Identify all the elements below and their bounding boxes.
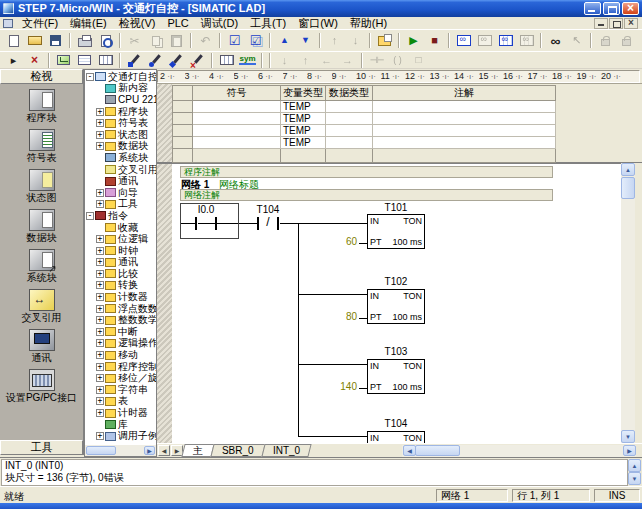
timer-block-t101[interactable]: IN TON PT 100 ms — [367, 214, 425, 249]
force-button[interactable] — [595, 31, 616, 50]
line-up-button[interactable] — [295, 53, 316, 68]
edit-pen-insert-button[interactable] — [124, 53, 145, 68]
nav-cross-reference[interactable]: 交叉引用 — [1, 289, 83, 323]
paste-button[interactable] — [166, 31, 187, 50]
tree-expander[interactable]: + — [96, 108, 104, 116]
edit-pen-delete-button[interactable] — [187, 53, 208, 68]
restore-button[interactable] — [603, 2, 620, 15]
undo-button[interactable] — [195, 31, 216, 50]
tree-expander[interactable]: + — [96, 293, 104, 301]
timer-block-t104[interactable]: IN TON — [367, 431, 425, 443]
tree-expander[interactable]: + — [96, 351, 104, 359]
nav-data-block[interactable]: 数据块 — [1, 209, 83, 243]
nav-symbol-table[interactable]: 符号表 — [1, 129, 83, 163]
menu-view[interactable]: 检视(V) — [113, 17, 162, 30]
tree-expander[interactable]: + — [96, 258, 104, 266]
mdi-restore-button[interactable] — [609, 18, 623, 29]
menu-debug[interactable]: 调试(D) — [195, 17, 244, 30]
row-selector-cell[interactable] — [173, 137, 193, 149]
comment-cell[interactable] — [373, 137, 556, 149]
minimize-button[interactable] — [584, 2, 601, 15]
timer-preset-value[interactable]: 60 — [332, 236, 357, 247]
tree-hscroll-right-icon[interactable]: ▶ — [144, 446, 155, 455]
data-type-cell[interactable] — [326, 125, 373, 137]
tree-expander[interactable]: + — [96, 397, 104, 405]
edit-pen-up-button[interactable] — [145, 53, 166, 68]
comment-cell[interactable] — [373, 125, 556, 137]
symbol-cell[interactable] — [193, 113, 281, 125]
pause-program-status-button[interactable] — [474, 31, 495, 50]
tools-bar-footer[interactable]: 工具 — [0, 440, 83, 455]
single-read-button[interactable] — [3, 53, 24, 68]
contact-address[interactable]: I0.0 — [190, 204, 222, 215]
new-project-button[interactable] — [3, 31, 24, 50]
tree-expander[interactable]: + — [96, 200, 104, 208]
tree-expander[interactable]: + — [96, 235, 104, 243]
tree-expander[interactable]: + — [96, 142, 104, 150]
hscroll-right-icon[interactable]: ▶ — [623, 445, 636, 456]
download-button[interactable] — [295, 31, 316, 50]
tab-scroll-left-icon[interactable]: ◀ — [158, 445, 170, 456]
sort-descending-button[interactable] — [345, 31, 366, 50]
tab-sbr0[interactable]: SBR_0 — [210, 444, 265, 457]
tree-expander[interactable]: + — [96, 328, 104, 336]
tree-expander[interactable]: - — [86, 212, 94, 220]
nav-set-pgpc-interface[interactable]: 设置PG/PC接口 — [1, 369, 83, 403]
symbol-cell[interactable] — [193, 137, 281, 149]
tree-expander[interactable]: - — [86, 73, 94, 81]
tree-expander[interactable]: + — [96, 374, 104, 382]
menu-help[interactable]: 帮助(H) — [344, 17, 393, 30]
timer-name[interactable]: T102 — [367, 276, 425, 287]
scroll-down-icon[interactable]: ▼ — [621, 430, 635, 443]
print-button[interactable] — [74, 31, 95, 50]
tab-int0[interactable]: INT_0 — [261, 444, 311, 457]
chart-status-button[interactable] — [495, 31, 516, 50]
ladder-editor[interactable]: 程序注解 网络 1 网络标题 网络注解 I0.0 T104 T101 IN TO… — [157, 163, 621, 443]
mdi-document-icon[interactable] — [3, 19, 13, 28]
multiple-scan-button[interactable] — [24, 53, 45, 68]
timer-preset-value[interactable]: 140 — [332, 381, 357, 392]
program-comment-banner[interactable]: 程序注解 — [180, 166, 553, 178]
ladder-vscrollbar[interactable]: ▲ ▼ — [621, 163, 635, 443]
row-selector-cell[interactable] — [173, 113, 193, 125]
vscroll-thumb[interactable] — [621, 177, 635, 199]
box-button[interactable] — [408, 53, 429, 68]
tree-hscroll-thumb[interactable] — [86, 446, 116, 455]
trend-chart-button[interactable] — [53, 53, 74, 68]
nav-status-chart[interactable]: 状态图 — [1, 169, 83, 203]
sort-ascending-button[interactable] — [324, 31, 345, 50]
upload-button[interactable] — [274, 31, 295, 50]
tree-expander[interactable]: + — [96, 339, 104, 347]
var-type-cell[interactable]: TEMP — [281, 101, 326, 113]
tree-hscrollbar[interactable]: ▶ — [85, 445, 156, 456]
symbolic-addressing-button[interactable]: sym — [237, 53, 258, 68]
symbol-cell[interactable] — [193, 125, 281, 137]
pause-chart-status-button[interactable] — [516, 31, 537, 50]
chart-pause-button[interactable] — [74, 53, 95, 68]
save-project-button[interactable] — [45, 31, 66, 50]
comment-cell[interactable] — [373, 113, 556, 125]
timer-block-t102[interactable]: IN TON PT 100 ms — [367, 289, 425, 324]
timer-preset-value[interactable]: 80 — [332, 311, 357, 322]
compile-button[interactable] — [224, 31, 245, 50]
data-type-cell[interactable] — [326, 101, 373, 113]
coil-button[interactable] — [387, 53, 408, 68]
data-type-cell[interactable] — [326, 137, 373, 149]
line-right-button[interactable] — [337, 53, 358, 68]
force-all-button[interactable] — [637, 31, 642, 50]
tree-expander[interactable]: + — [96, 316, 104, 324]
open-project-button[interactable] — [24, 31, 45, 50]
edit-pen-down-button[interactable] — [166, 53, 187, 68]
close-button[interactable] — [622, 2, 639, 15]
row-selector-cell[interactable] — [173, 125, 193, 137]
tree-expander[interactable]: + — [96, 131, 104, 139]
timer-name[interactable]: T104 — [367, 418, 425, 429]
data-type-cell[interactable] — [326, 113, 373, 125]
network-comment-banner[interactable]: 网络注解 — [180, 189, 553, 201]
tree-item-whats-new[interactable]: 新内容 — [85, 83, 156, 95]
tree-expander[interactable]: + — [96, 281, 104, 289]
address-grid-button[interactable] — [216, 53, 237, 68]
options-button[interactable] — [374, 31, 395, 50]
row-selector-cell[interactable] — [173, 101, 193, 113]
line-left-button[interactable] — [316, 53, 337, 68]
